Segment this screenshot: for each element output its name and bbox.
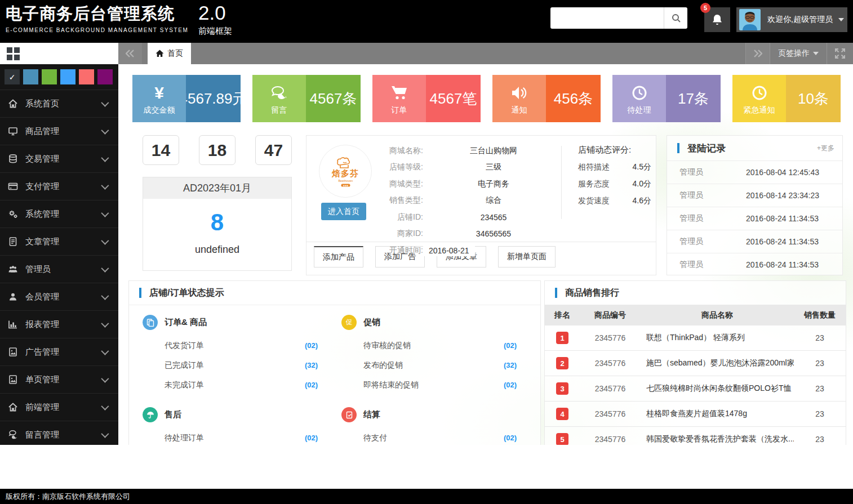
login-row: 管理员2016-08-24 11:34:53	[667, 230, 842, 253]
status-item[interactable]: 发布的促销(32)	[341, 355, 517, 375]
status-item[interactable]: 即将结束的促销(02)	[341, 375, 517, 395]
sidebar-item-products[interactable]: 商品管理	[0, 118, 118, 145]
panel-title: 商品销售排行	[565, 287, 619, 299]
umbrella-icon	[143, 407, 158, 422]
sales-ranking-panel: 商品销售排行 排名 商品编号 商品名称 销售数量 1 2345776 联想（Th…	[544, 280, 846, 445]
status-item[interactable]: 待处理订单(02)	[143, 428, 318, 445]
stat-card-notices[interactable]: 通知 456条	[492, 75, 601, 122]
yen-icon: ¥	[154, 82, 164, 104]
sidebar-item-trade[interactable]: 交易管理	[0, 145, 118, 173]
theme-swatch-green[interactable]	[42, 69, 57, 84]
clock-second: 47	[255, 135, 292, 165]
theme-swatch-steelblue[interactable]	[23, 69, 38, 84]
calendar-note: undefined	[143, 244, 291, 256]
bell-icon	[710, 13, 724, 26]
shop-logo-banner: ●●●	[341, 184, 350, 186]
chevron-down-icon	[101, 265, 109, 273]
shop-logo-text: 焙多芬	[332, 168, 359, 179]
tab-home[interactable]: 首页	[148, 43, 191, 64]
home-icon	[8, 99, 18, 109]
rank-badge: 4	[556, 408, 568, 420]
theme-swatch-blue[interactable]	[60, 69, 75, 84]
double-left-arrow-icon	[126, 50, 135, 57]
stat-card-orders[interactable]: 订单 4567笔	[372, 75, 481, 122]
table-row[interactable]: 1 2345776 联想（ThinkPad） 轻薄系列 23	[545, 325, 846, 351]
stat-cards: ¥ 成交金额 4567.89元 留言 4567条 订单 4567笔 通知 456…	[132, 75, 841, 122]
status-item[interactable]: 待审核的促销(02)	[341, 336, 517, 355]
avatar	[739, 9, 761, 30]
chevron-down-icon	[101, 347, 109, 355]
chevron-down-icon	[101, 237, 109, 245]
sidebar-item-administrators[interactable]: 管理员	[0, 256, 118, 283]
search-input[interactable]	[550, 7, 664, 29]
sidebar-item-members[interactable]: 会员管理	[0, 283, 118, 311]
user-menu[interactable]: 欢迎你,超级管理员	[736, 7, 847, 32]
sidebar-item-system-home[interactable]: 系统首页	[0, 90, 118, 118]
tab-bar: 首页 页签操作	[118, 43, 853, 64]
chevron-down-icon	[101, 320, 109, 328]
sidebar-header	[0, 43, 118, 64]
fullscreen-button[interactable]	[827, 43, 853, 64]
table-row[interactable]: 4 2345776 桂格即食燕麦片超值装1478g 23	[545, 402, 846, 427]
sidebar-item-articles[interactable]: 文章管理	[0, 228, 118, 256]
monitor-icon	[8, 126, 18, 136]
shop-fields: 商城名称:三台山购物网 店铺等级:三级 商城类型:电子商务 销售类型:综合 店铺…	[368, 142, 564, 259]
table-row[interactable]: 3 2345776 七匹狼纯棉时尚休闲条纹翻领POLO衫T恤 23	[545, 376, 846, 402]
chevron-down-icon	[101, 430, 109, 438]
calendar-day: 8	[143, 209, 291, 236]
sidebar-item-frontend[interactable]: 前端管理	[0, 394, 118, 421]
stat-card-urgent[interactable]: 紧急通知 10条	[732, 75, 841, 122]
clock-icon	[751, 82, 768, 104]
tab-actions-dropdown[interactable]: 页签操作	[770, 43, 827, 64]
notifications-button[interactable]: 5	[704, 7, 730, 32]
menu-grid-icon[interactable]	[7, 47, 20, 60]
theme-swatch-purple[interactable]	[97, 69, 113, 84]
rank-badge: 1	[556, 332, 568, 344]
status-item[interactable]: 已完成订单(32)	[143, 355, 318, 375]
login-records-panel: 登陆记录 +更多 管理员2016-08-04 12:45:43 管理员2016-…	[667, 135, 843, 275]
shop-ratings: 店铺动态评分: 相符描述4.5分 服务态度4.0分 发货速度4.6分	[578, 145, 651, 213]
status-item[interactable]: 代发货订单(02)	[143, 336, 318, 355]
settle-icon	[341, 407, 357, 422]
search-icon	[671, 13, 681, 23]
stat-card-pending[interactable]: 待处理 17条	[612, 75, 721, 122]
stat-value: 4567笔	[426, 75, 481, 122]
table-row[interactable]: 5 2345776 韩国爱敬挚爱香氛花香洗护套装（洗发水... 23	[545, 427, 846, 445]
login-row: 管理员2016-08-04 12:45:43	[667, 160, 842, 184]
chevron-down-icon	[813, 52, 819, 55]
sidebar-item-system-admin[interactable]: 系统管理	[0, 200, 118, 228]
table-row[interactable]: 2 2345776 施巴（sebamed）婴儿泡泡沐浴露200ml家庭... 2…	[545, 351, 846, 376]
footer: 版权所有：南京版石软件系统有限公司	[0, 489, 853, 504]
tabs-scroll-right-button[interactable]	[746, 43, 770, 64]
add-product-button[interactable]: 添加产品	[314, 246, 363, 267]
sidebar-item-pages[interactable]: 单页管理	[0, 366, 118, 394]
clock-icon	[631, 82, 648, 104]
theme-swatch-dark[interactable]: ✓	[5, 69, 20, 84]
copyright-text: 版权所有：南京版石软件系统有限公司	[6, 492, 130, 502]
app-version: 2.0 前端框架	[198, 1, 232, 37]
sidebar-item-messages[interactable]: 留言管理	[0, 421, 118, 448]
tabs-scroll-left-button[interactable]	[118, 43, 142, 64]
status-item[interactable]: 未完成订单(02)	[143, 375, 318, 395]
theme-swatch-red[interactable]	[79, 69, 94, 84]
status-item[interactable]: 待支付(02)	[341, 428, 517, 445]
rank-badge: 2	[556, 357, 568, 369]
stat-value: 10条	[786, 75, 841, 122]
more-link[interactable]: +更多	[817, 144, 834, 153]
stat-card-messages[interactable]: 留言 4567条	[252, 75, 361, 122]
calendar-month: AD2023年01月	[143, 177, 291, 199]
accent-bar	[139, 288, 141, 298]
sidebar-item-ads[interactable]: 广告管理	[0, 338, 118, 366]
main-content: ¥ 成交金额 4567.89元 留言 4567条 订单 4567笔 通知 456…	[118, 64, 853, 445]
enter-home-button[interactable]: 进入首页	[321, 203, 366, 220]
chevron-down-icon	[101, 209, 109, 217]
chevron-down-icon	[101, 375, 109, 383]
chevron-down-icon	[101, 292, 109, 300]
stat-card-revenue[interactable]: ¥ 成交金额 4567.89元	[132, 75, 241, 122]
chevron-down-icon	[101, 182, 109, 190]
search-button[interactable]	[664, 7, 687, 29]
sidebar-item-reports[interactable]: 报表管理	[0, 311, 118, 338]
sidebar-item-payment[interactable]: 支付管理	[0, 173, 118, 200]
chevron-down-icon	[101, 403, 109, 411]
shop-info-panel: 焙多芬 Beethoven ●●● 进入首页 商城名称:三台山购物网 店铺等级:…	[306, 135, 656, 275]
